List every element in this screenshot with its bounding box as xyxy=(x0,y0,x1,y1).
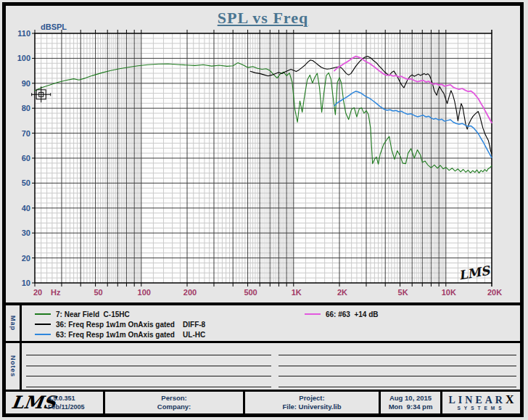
person-label: Person: xyxy=(161,394,186,403)
x-tick-label: 1K xyxy=(292,288,302,297)
legend-label: 36: Freq Resp 1w1m OnAxis gated DIFF-8 xyxy=(56,321,205,329)
y-tick-label: 80 xyxy=(22,104,30,112)
x-axis-unit-label: Hz xyxy=(51,288,61,297)
legend-swatch xyxy=(305,313,321,315)
legend-swatch xyxy=(35,334,51,335)
spl-vs-freq-chart[interactable]: 11010090807060504030201020501002005001K2… xyxy=(6,6,520,305)
lms-window: 11010090807060504030201020501002005001K2… xyxy=(2,2,524,417)
notes-ruled-line xyxy=(279,355,516,355)
legend-swatch xyxy=(35,313,51,315)
legend-item: 7: Near Field C-15HC xyxy=(35,310,205,318)
notes-sidebar-cell: Notes xyxy=(6,343,20,390)
map-panel: Map 7: Near Field C-15HC36: Freq Resp 1w… xyxy=(6,305,520,341)
version-number: 4.5.0.351 xyxy=(48,394,85,403)
legend-item: 66: #63 +14 dB xyxy=(305,310,379,318)
x-tick-label: 100 xyxy=(138,288,151,297)
build-date: Feb/11/2005 xyxy=(48,403,85,411)
legend-label: 63: Freq Resp 1w1m OnAxis gated UL-HC xyxy=(56,331,205,339)
legend-label: 66: #63 +14 dB xyxy=(326,310,379,318)
x-tick-label: 20K xyxy=(487,288,502,297)
notes-ruled-line xyxy=(26,376,271,376)
map-sidebar-cell: Map xyxy=(6,305,20,341)
footer-brand-cell: LINEARX SYSTEMS xyxy=(442,392,520,413)
legend-column-1: 7: Near Field C-15HC36: Freq Resp 1w1m O… xyxy=(35,310,205,339)
y-tick-label: 110 xyxy=(17,29,30,38)
y-tick-label: 20 xyxy=(22,254,30,263)
x-tick-label: 500 xyxy=(244,288,257,297)
y-tick-label: 60 xyxy=(22,154,30,162)
legend-item: 36: Freq Resp 1w1m OnAxis gated DIFF-8 xyxy=(35,320,205,329)
notes-panel: Notes xyxy=(6,343,520,390)
notes-ruled-line xyxy=(279,387,516,387)
brand-x: X xyxy=(506,393,514,405)
notes-ruled-line xyxy=(26,387,271,387)
y-tick-label: 50 xyxy=(22,178,30,187)
status-bar: LMS 4.5.0.351 Feb/11/2005 Person: Compan… xyxy=(6,392,520,413)
notes-area[interactable] xyxy=(22,343,520,390)
project-label: Project: xyxy=(299,394,324,403)
x-tick-label: 50 xyxy=(94,288,102,297)
brand-subtitle: SYSTEMS xyxy=(457,405,505,411)
notes-sidebar-label: Notes xyxy=(9,355,17,377)
legend-label: 7: Near Field C-15HC xyxy=(56,310,130,318)
y-tick-label: 30 xyxy=(22,228,30,237)
footer-person-cell: Person: Company: xyxy=(105,392,243,413)
footer-project-cell: Project: File: University.lib xyxy=(245,392,379,413)
x-tick-label: 200 xyxy=(183,288,197,297)
legend-column-2: 66: #63 +14 dB xyxy=(305,310,379,318)
notes-ruled-line xyxy=(279,366,516,366)
y-tick-label: 100 xyxy=(17,54,30,62)
legend-area: 7: Near Field C-15HC36: Freq Resp 1w1m O… xyxy=(22,305,520,341)
date-text: Aug 10, 2015 xyxy=(389,394,432,403)
notes-ruled-line xyxy=(26,355,271,355)
y-tick-label: 40 xyxy=(22,204,30,213)
y-tick-label: 70 xyxy=(22,129,30,138)
x-tick-label: 10K xyxy=(442,288,456,297)
footer-version-cell: LMS 4.5.0.351 Feb/11/2005 xyxy=(6,392,103,413)
notes-ruled-line xyxy=(26,366,271,366)
time-text: Mon 9:34 pm xyxy=(389,403,433,411)
y-axis-label: dBSPL xyxy=(41,22,67,31)
x-tick-label: 20 xyxy=(33,288,42,297)
linearx-logo: LINEARX SYSTEMS xyxy=(442,392,520,413)
x-tick-label: 5K xyxy=(398,288,408,297)
file-label: File: University.lib xyxy=(282,403,341,411)
legend-item: 63: Freq Resp 1w1m OnAxis gated UL-HC xyxy=(35,330,205,339)
y-tick-label: 90 xyxy=(22,79,30,88)
legend-swatch xyxy=(35,324,51,325)
x-tick-label: 2K xyxy=(337,288,347,297)
map-sidebar-label: Map xyxy=(9,316,17,331)
brand-name: LINEAR xyxy=(448,395,505,405)
company-label: Company: xyxy=(157,403,191,411)
notes-ruled-line xyxy=(279,376,516,376)
y-tick-label: 10 xyxy=(22,279,30,287)
footer-datetime-cell: Aug 10, 2015 Mon 9:34 pm xyxy=(381,392,440,413)
